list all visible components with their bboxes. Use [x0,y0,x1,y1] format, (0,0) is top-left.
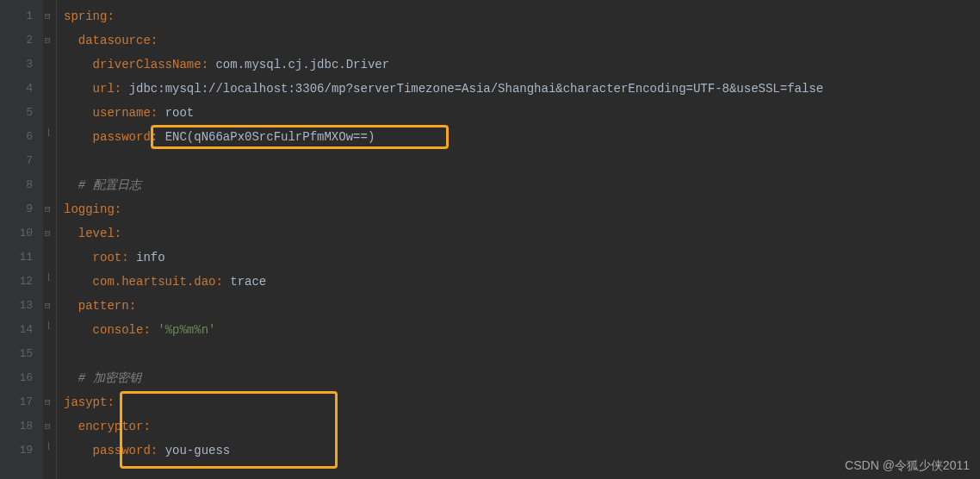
code-line[interactable]: pattern: [57,294,980,318]
watermark: CSDN @令狐少侠2011 [845,458,970,474]
code-line[interactable]: jasypt: [57,390,980,414]
fold-marker-icon[interactable] [43,197,56,221]
code-line[interactable]: # 加密密钥 [57,366,980,390]
code-token-colon: : [143,420,150,433]
code-line[interactable]: level: [57,221,980,246]
code-line[interactable]: url: jdbc:mysql://localhost:3306/mp?serv… [57,77,980,101]
code-token-colon: : [129,299,136,313]
code-editor[interactable]: 12345678910111213141516171819 spring: da… [0,0,980,479]
code-token-colon: : [107,395,114,409]
code-token-value: info [136,251,165,264]
code-token-key: com.heartsuit.dao [93,275,216,289]
fold-spacer [43,173,56,197]
code-token-colon: : [107,9,114,23]
code-token-value: com.mysql.cj.jdbc.Driver [215,58,389,72]
code-token-key: url [93,82,115,96]
fold-marker-icon[interactable] [43,125,56,149]
line-number: 18 [0,414,43,439]
code-token-colon: : [121,251,136,264]
line-number: 16 [0,366,43,390]
code-token-key: spring [64,9,107,23]
code-token-colon: : [151,34,158,47]
code-line[interactable] [57,149,980,173]
line-number: 13 [0,294,43,318]
line-number: 9 [0,197,43,221]
code-line[interactable]: console: '%p%m%n' [57,318,980,342]
code-token-key: driverClassName [93,58,202,72]
code-token-comment: # 加密密钥 [78,371,141,385]
code-area[interactable]: spring: datasource: driverClassName: com… [57,0,980,479]
code-line[interactable]: password: ENC(qN66aPx0SrcFulrPfmMXOw==) [57,125,980,149]
code-token-colon: : [115,202,121,216]
code-token-key: password [93,444,151,457]
line-number: 2 [0,28,43,53]
fold-marker-icon[interactable] [43,4,56,28]
fold-spacer [43,149,56,173]
code-token-comment: # 配置日志 [78,178,141,192]
code-token-colon: : [115,227,121,240]
code-token-key: root [93,251,122,264]
code-token-colon: : [215,275,230,289]
line-number-gutter: 12345678910111213141516171819 [0,0,43,479]
code-line[interactable] [57,342,980,366]
code-line[interactable]: logging: [57,197,980,221]
code-token-value: you-guess [165,444,231,457]
code-token-key: password [93,130,151,144]
line-number: 7 [0,149,43,173]
fold-marker-icon[interactable] [43,221,56,246]
fold-spacer [43,342,56,366]
line-number: 15 [0,342,43,366]
line-number: 8 [0,173,43,197]
code-line[interactable]: datasource: [57,28,980,53]
fold-marker-icon[interactable] [43,439,56,463]
line-number: 19 [0,439,43,463]
code-token-value: jdbc:mysql://localhost:3306/mp?serverTim… [129,82,824,96]
code-token-value: root [165,106,195,120]
code-line[interactable]: password: you-guess [57,439,980,463]
fold-spacer [43,366,56,390]
code-token-key: pattern [78,299,129,313]
code-token-colon: : [115,82,129,96]
code-token-colon: : [143,323,158,337]
code-token-key: datasource [78,34,151,47]
code-line[interactable]: root: info [57,246,980,270]
code-token-colon: : [151,130,165,144]
fold-spacer [43,77,56,101]
fold-marker-icon[interactable] [43,390,56,414]
line-number: 17 [0,390,43,414]
code-token-key: encryptor [78,420,144,433]
code-line[interactable]: # 配置日志 [57,173,980,197]
fold-spacer [43,53,56,77]
code-line[interactable]: encryptor: [57,414,980,439]
code-line[interactable]: spring: [57,4,980,28]
code-token-string: '%p%m%n' [158,323,215,337]
fold-column[interactable] [43,0,57,479]
line-number: 10 [0,221,43,246]
code-token-value: ENC(qN66aPx0SrcFulrPfmMXOw==) [165,130,375,144]
code-token-key: level [78,227,115,240]
code-line[interactable]: username: root [57,101,980,125]
code-token-key: username [93,106,151,120]
code-line[interactable]: com.heartsuit.dao: trace [57,270,980,294]
line-number: 4 [0,77,43,101]
code-token-value: trace [230,275,266,289]
line-number: 3 [0,53,43,77]
code-token-key: jasypt [64,395,107,409]
fold-marker-icon[interactable] [43,270,56,294]
line-number: 5 [0,101,43,125]
code-token-key: logging [64,202,115,216]
line-number: 12 [0,270,43,294]
fold-marker-icon[interactable] [43,28,56,53]
code-token-colon: : [151,106,165,120]
line-number: 14 [0,318,43,342]
code-token-colon: : [151,444,165,457]
code-token-colon: : [202,58,216,72]
line-number: 11 [0,246,43,270]
line-number: 1 [0,4,43,28]
code-line[interactable]: driverClassName: com.mysql.cj.jdbc.Drive… [57,53,980,77]
code-token-key: console [93,323,144,337]
fold-marker-icon[interactable] [43,318,56,342]
line-number: 6 [0,125,43,149]
